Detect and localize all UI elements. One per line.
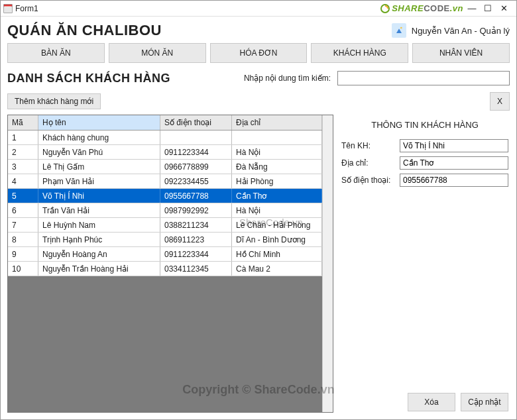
table-row[interactable]: 1Khách hàng chung — [8, 131, 322, 145]
cell-addr: Hồ Chí Minh — [232, 247, 322, 261]
section-title: DANH SÁCH KHÁCH HÀNG — [7, 72, 170, 85]
table-row[interactable]: 7Lê Huỳnh Nam0388211234Lê Chân - Hải Phò… — [8, 218, 322, 233]
cell-id: 2 — [8, 145, 38, 159]
grid-body[interactable]: 1Khách hàng chung2Nguyễn Văn Phú09112233… — [8, 131, 322, 412]
cell-id: 5 — [8, 189, 38, 203]
cell-phone: 0911223344 — [160, 247, 232, 261]
field-label-name: Tên KH: — [341, 141, 400, 150]
field-label-addr: Địa chỉ: — [341, 158, 400, 168]
cell-phone: 0987992992 — [160, 203, 232, 217]
cell-phone: 0922334455 — [160, 174, 232, 188]
cell-id: 6 — [8, 203, 38, 217]
cell-phone: 0334112345 — [160, 262, 232, 276]
window-title: Form1 — [15, 4, 380, 13]
header-row: QUÁN ĂN CHALIBOU Nguyễn Văn An - Quản lý — [7, 22, 510, 39]
cell-name: Trần Văn Hải — [38, 203, 160, 217]
customer-name-input[interactable] — [400, 139, 508, 152]
app-window: Form1 SHARECODE.vn — ☐ ✕ QUÁN ĂN CHALIBO… — [0, 0, 517, 420]
nav-ban-an[interactable]: BÀN ĂN — [7, 43, 105, 63]
close-panel-button[interactable]: X — [490, 92, 510, 111]
logo-text-share: SHARE — [392, 3, 424, 13]
cell-addr — [232, 131, 322, 144]
table-row[interactable]: 3Lê Thị Gấm0966778899Đà Nẵng — [8, 160, 322, 174]
form-icon — [3, 4, 13, 13]
cell-name: Nguyễn Hoàng An — [38, 247, 160, 261]
detail-title: THÔNG TIN KHÁCH HÀNG — [341, 120, 508, 130]
svg-marker-4 — [396, 28, 402, 33]
cell-phone: 0388211234 — [160, 218, 232, 232]
cell-id: 7 — [8, 218, 38, 232]
table-row[interactable]: 9Nguyễn Hoàng An0911223344Hồ Chí Minh — [8, 247, 322, 262]
cell-addr: Dĩ An - Bình Dương — [232, 233, 322, 246]
cell-name: Phạm Văn Hải — [38, 174, 160, 188]
svg-point-5 — [400, 27, 402, 29]
nav-mon-an[interactable]: MÓN ĂN — [109, 43, 206, 63]
grid-filler — [8, 276, 322, 412]
logo-text-tld: .vn — [450, 3, 463, 13]
app-title: QUÁN ĂN CHALIBOU — [7, 22, 162, 39]
nav-tabs: BÀN ĂN MÓN ĂN HÓA ĐƠN KHÁCH HÀNG NHÂN VI… — [7, 43, 510, 63]
cell-id: 10 — [8, 262, 38, 276]
close-window-button[interactable]: ✕ — [499, 3, 508, 13]
detail-pane: THÔNG TIN KHÁCH HÀNG Tên KH: Địa chỉ: Số… — [337, 115, 510, 413]
table-row[interactable]: 8Trịnh Hạnh Phúc086911223Dĩ An - Bình Dư… — [8, 233, 322, 247]
cell-name: Nguyễn Trần Hoàng Hải — [38, 262, 160, 276]
customer-grid[interactable]: Mã Họ tên Số điện thoại Địa chỉ 1Khách h… — [7, 115, 333, 413]
maximize-button[interactable]: ☐ — [483, 3, 492, 13]
nav-nhan-vien[interactable]: NHÂN VIÊN — [412, 43, 510, 63]
content-area: QUÁN ĂN CHALIBOU Nguyễn Văn An - Quản lý… — [1, 17, 516, 419]
col-header-id[interactable]: Mã — [8, 115, 38, 130]
avatar-icon — [392, 23, 406, 38]
cell-id: 9 — [8, 247, 38, 261]
section-header: DANH SÁCH KHÁCH HÀNG Nhập nội dung tìm k… — [7, 71, 510, 85]
table-row[interactable]: 5Võ Thị Í Nhi0955667788Cần Thơ — [8, 189, 322, 203]
col-header-phone[interactable]: Số điện thoại — [160, 115, 232, 130]
cell-addr: Hải Phòng — [232, 174, 322, 188]
cell-addr: Hà Nội — [232, 203, 322, 217]
cell-addr: Cà Mau 2 — [232, 262, 322, 276]
table-row[interactable]: 2Nguyễn Văn Phú0911223344Hà Nội — [8, 145, 322, 160]
delete-button[interactable]: Xóa — [408, 393, 455, 411]
cell-id: 4 — [8, 174, 38, 188]
cell-addr: Lê Chân - Hải Phòng — [232, 218, 322, 232]
cell-id: 1 — [8, 131, 38, 144]
cell-addr: Cần Thơ — [232, 189, 322, 203]
titlebar: Form1 SHARECODE.vn — ☐ ✕ — [1, 1, 516, 17]
grid-header: Mã Họ tên Số điện thoại Địa chỉ — [8, 115, 322, 131]
svg-rect-1 — [4, 4, 12, 6]
update-button[interactable]: Cập nhật — [461, 393, 508, 411]
customer-addr-input[interactable] — [400, 156, 508, 170]
nav-khach-hang[interactable]: KHÁCH HÀNG — [311, 43, 408, 63]
cell-phone: 0911223344 — [160, 145, 232, 159]
logo-text-code: CODE — [424, 3, 450, 13]
cell-addr: Hà Nội — [232, 145, 322, 159]
field-label-phone: Số điện thoại: — [341, 176, 400, 185]
cell-phone: 086911223 — [160, 233, 232, 246]
cell-phone: 0966778899 — [160, 160, 232, 174]
search-input[interactable] — [337, 71, 510, 85]
cell-name: Nguyễn Văn Phú — [38, 145, 160, 159]
minimize-button[interactable]: — — [467, 3, 477, 13]
col-header-addr[interactable]: Địa chỉ — [232, 115, 322, 130]
toolbar-row: Thêm khách hàng mới X — [7, 92, 510, 111]
body-row: Mã Họ tên Số điện thoại Địa chỉ 1Khách h… — [7, 115, 510, 413]
user-label: Nguyễn Văn An - Quản lý — [412, 26, 510, 36]
cell-addr: Đà Nẵng — [232, 160, 322, 174]
table-row[interactable]: 4Phạm Văn Hải0922334455Hải Phòng — [8, 174, 322, 189]
cell-name: Lê Huỳnh Nam — [38, 218, 160, 232]
cell-id: 8 — [8, 233, 38, 246]
col-header-name[interactable]: Họ tên — [38, 115, 160, 130]
add-customer-button[interactable]: Thêm khách hàng mới — [7, 93, 101, 109]
grid-scrollbar[interactable] — [322, 115, 333, 412]
nav-hoa-don[interactable]: HÓA ĐƠN — [210, 43, 308, 63]
user-block: Nguyễn Văn An - Quản lý — [392, 23, 510, 38]
table-row[interactable]: 6Trần Văn Hải0987992992Hà Nội — [8, 203, 322, 218]
search-label: Nhập nội dung tìm kiếm: — [244, 74, 331, 83]
customer-phone-input[interactable] — [400, 174, 508, 187]
cell-phone — [160, 131, 232, 144]
cell-name: Khách hàng chung — [38, 131, 160, 144]
cell-name: Võ Thị Í Nhi — [38, 189, 160, 203]
cell-name: Lê Thị Gấm — [38, 160, 160, 174]
table-row[interactable]: 10Nguyễn Trần Hoàng Hải0334112345Cà Mau … — [8, 262, 322, 276]
cell-name: Trịnh Hạnh Phúc — [38, 233, 160, 246]
